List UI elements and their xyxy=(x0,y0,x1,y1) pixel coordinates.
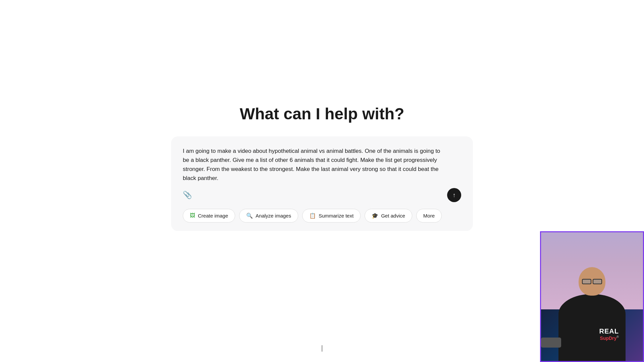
analyze-images-button[interactable]: 🔍 Analyze images xyxy=(239,209,298,223)
page-title: What can I help with? xyxy=(240,105,405,123)
summarize-text-label: Summarize text xyxy=(319,213,354,219)
action-buttons-row: 🖼 Create image 🔍 Analyze images 📋 Summar… xyxy=(183,209,461,223)
submit-arrow-icon: ↑ xyxy=(453,192,456,198)
person-glasses xyxy=(580,279,604,284)
create-image-button[interactable]: 🖼 Create image xyxy=(183,209,235,223)
message-input[interactable]: I am going to make a video about hypothe… xyxy=(183,146,461,183)
analyze-images-icon: 🔍 xyxy=(246,213,253,219)
attach-icon[interactable]: 📎 xyxy=(183,191,192,199)
more-button[interactable]: More xyxy=(416,209,442,223)
submit-button[interactable]: ↑ xyxy=(447,188,461,202)
create-image-icon: 🖼 xyxy=(190,213,195,219)
input-wrapper: I am going to make a video about hypothe… xyxy=(171,136,473,231)
input-bottom-row: 📎 ↑ xyxy=(183,188,461,202)
glass-left xyxy=(582,279,591,284)
person-head xyxy=(579,267,605,296)
shirt-brand-text: SupDry® xyxy=(599,335,619,341)
get-advice-icon: 🎓 xyxy=(372,213,378,219)
glass-right xyxy=(593,279,602,284)
cursor: | xyxy=(321,344,323,352)
get-advice-label: Get advice xyxy=(381,213,405,219)
analyze-images-label: Analyze images xyxy=(256,213,291,219)
shirt-text: REAL SupDry® xyxy=(599,327,619,341)
summarize-text-icon: 📋 xyxy=(309,213,316,219)
chair-arm xyxy=(541,338,561,348)
shirt-real-text: REAL xyxy=(599,327,619,335)
person-figure: REAL SupDry® xyxy=(558,267,626,361)
create-image-label: Create image xyxy=(198,213,228,219)
video-content: REAL SupDry® xyxy=(541,232,643,361)
person-body: REAL SupDry® xyxy=(558,294,626,361)
video-overlay: REAL SupDry® xyxy=(540,231,644,362)
summarize-text-button[interactable]: 📋 Summarize text xyxy=(302,209,361,223)
more-label: More xyxy=(423,213,435,219)
get-advice-button[interactable]: 🎓 Get advice xyxy=(365,209,412,223)
